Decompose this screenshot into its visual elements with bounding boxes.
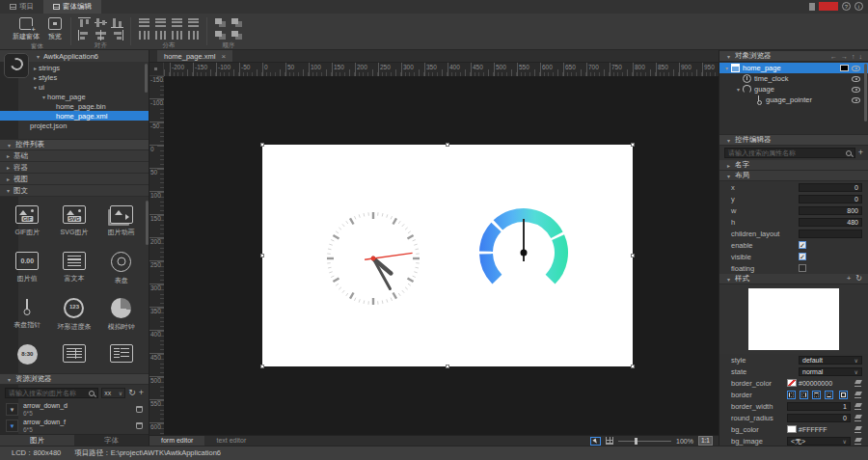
widget-circle-progress[interactable]: 123环形进度条 [51,289,98,336]
align-top-icon[interactable] [78,17,91,28]
notification-badge[interactable] [819,2,838,11]
refresh-icon[interactable]: ↻ [128,389,136,397]
resource-item-arrow_down_f[interactable]: ▾arrow_down_f6*5 [0,418,149,434]
analog-clock-widget[interactable] [320,205,426,311]
widget-gauge-pointer[interactable]: 表盘指针 [4,289,51,336]
expander-icon[interactable]: ▾ [725,53,732,60]
clear-style-icon[interactable] [854,392,862,398]
checkbox[interactable]: ✓ [799,253,806,260]
artboard[interactable] [262,145,633,366]
tree-item-ui[interactable]: ▾ui [0,82,149,92]
border-all-button[interactable] [839,391,848,399]
expander-icon[interactable]: ▾ [6,142,13,149]
dist-h3-icon[interactable] [171,17,183,28]
selection-handle[interactable] [260,143,264,147]
color-swatch[interactable] [787,425,797,433]
widget-rich-text[interactable]: 富文本 [51,243,98,289]
dist-h4-icon[interactable] [187,17,200,28]
order-backward-icon[interactable] [231,30,243,41]
resource-search-input[interactable] [5,388,98,398]
visibility-eye-icon[interactable] [852,87,860,93]
expander-icon[interactable]: ▾ [725,276,732,283]
property-select[interactable]: <无>∨ [787,437,851,446]
expander-icon[interactable]: ▸ [725,162,732,169]
tree-item-project.json[interactable]: project.json [0,121,149,130]
expander-icon[interactable]: ▾ [5,187,12,194]
expander-icon[interactable]: ▸ [5,152,12,159]
property-select[interactable]: default∨ [799,356,862,365]
order-front-icon[interactable] [214,17,227,28]
object-node-guage[interactable]: ▾guage [719,84,868,95]
tree-item-home_page.xml[interactable]: home_page.xml [0,111,149,121]
dist-h1-icon[interactable] [138,17,150,28]
widget-analog-clock[interactable]: 模拟时钟 [97,289,145,336]
menu-tab-form-edit[interactable]: 窗体编辑 [43,0,101,14]
toolbar-button-new-form[interactable]: 新建窗体 [11,15,41,41]
resource-item-arrow_down_d[interactable]: ▾arrow_down_d6*5 [0,401,149,418]
expander-icon[interactable]: ▸ [32,65,39,71]
widget-category-view[interactable]: ▸视图 [0,174,149,185]
visibility-eye-icon[interactable] [852,66,860,71]
selection-handle[interactable] [260,365,264,368]
property-input[interactable]: 800 [799,206,862,215]
add-style-icon[interactable]: + [847,275,852,283]
canvas-viewport[interactable] [164,76,719,435]
object-node-time_clock[interactable]: time_clock [719,73,868,84]
grid-toggle-icon[interactable] [606,437,613,445]
help-icon[interactable]: ? [842,2,851,11]
tree-item-home_page.bin[interactable]: home_page.bin [0,101,149,111]
border-t-button[interactable] [812,391,821,399]
nav-right-icon[interactable]: → [841,53,848,60]
widget-digital-clock[interactable]: 8:30 [4,336,51,373]
widget-text-grid[interactable] [51,336,98,373]
refresh-style-icon[interactable]: ↻ [855,275,862,283]
widget-category-image-text[interactable]: ▾图文 [0,185,149,197]
align-middle-icon[interactable] [95,17,107,28]
property-input[interactable]: 0 [787,414,851,422]
trash-icon[interactable] [136,406,143,413]
clear-style-icon[interactable] [854,426,862,433]
widget-image-animation[interactable]: 图片动画 [97,197,145,243]
expander-icon[interactable]: ▸ [32,74,39,81]
border-b-button[interactable] [825,391,833,399]
visibility-eye-icon[interactable] [852,97,860,103]
align-right-icon[interactable] [111,30,123,41]
menu-tab-project[interactable]: 项目 [0,0,43,14]
property-input[interactable] [799,230,862,238]
expander-icon[interactable]: ▾ [735,86,742,93]
zoom-reset-button[interactable]: 1:1 [698,436,713,446]
section-style[interactable]: ▾ 样式 + ↻ [719,274,868,284]
widget-list-header[interactable]: ▾ 控件列表 [0,139,149,150]
property-select[interactable]: normal∨ [799,367,862,376]
visibility-eye-icon[interactable] [852,76,860,82]
clear-style-icon[interactable] [854,415,862,421]
resource-browser-header[interactable]: ▾ 资源浏览器 [0,373,149,385]
widget-category-container[interactable]: ▸容器 [0,162,149,174]
property-input[interactable]: 1 [787,402,851,411]
tab-form-editor[interactable]: form editor [149,436,204,446]
selection-handle[interactable] [631,254,635,257]
add-property-icon[interactable]: + [858,149,863,157]
nav-down-icon[interactable]: ↓ [859,53,863,60]
selection-handle[interactable] [631,365,635,368]
clear-style-icon[interactable] [854,380,862,387]
align-center-icon[interactable] [95,30,107,41]
zoom-slider-handle[interactable] [635,438,637,445]
dist-v3-icon[interactable] [171,30,183,41]
widget-image-value[interactable]: 0.00图片值 [4,243,51,289]
order-forward-icon[interactable] [214,30,227,41]
awtk-logo[interactable] [4,53,29,78]
clear-style-icon[interactable] [854,438,862,445]
add-resource-icon[interactable]: + [139,389,144,397]
border-r-button[interactable] [800,391,808,399]
expander-icon[interactable]: ▾ [6,376,13,383]
dist-v1-icon[interactable] [138,30,150,41]
trash-icon[interactable] [136,422,143,429]
widget-gauge[interactable]: 表盘 [97,243,145,289]
nav-up-icon[interactable]: ↑ [852,53,855,60]
selection-handle[interactable] [260,254,264,257]
dist-v4-icon[interactable] [187,30,200,41]
expander-icon[interactable]: ▾ [725,173,732,179]
close-icon[interactable]: × [221,52,226,61]
pointer-tool-button[interactable] [590,437,601,446]
